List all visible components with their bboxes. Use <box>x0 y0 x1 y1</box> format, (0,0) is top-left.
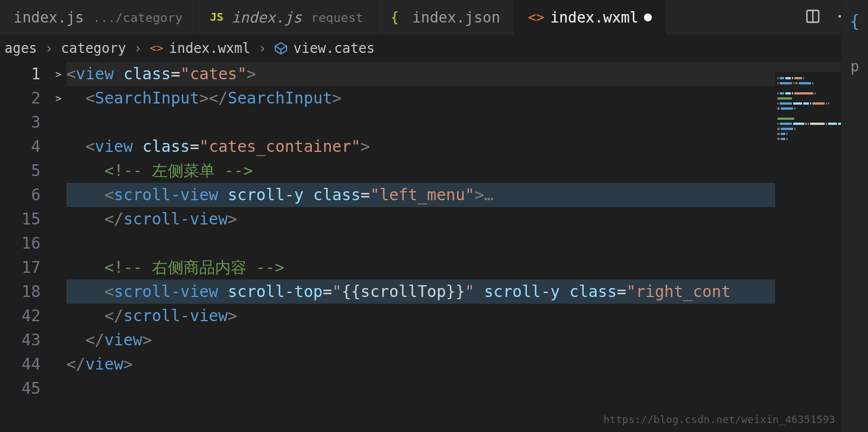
angle-icon: <> <box>528 10 545 25</box>
fold-gutter: >> <box>51 62 66 426</box>
breadcrumb-item[interactable]: ages <box>5 40 37 56</box>
chevron-right-icon: › <box>134 40 142 56</box>
tab-sublabel: .../category <box>93 11 182 25</box>
breadcrumb: ages › category › <> index.wxml › view.c… <box>0 35 868 62</box>
line-gutter: 1234561516171842434445 <box>0 62 51 426</box>
svg-text:<>: <> <box>150 42 163 55</box>
code-area[interactable]: <view class="cates"> <SearchInput></Sear… <box>66 62 868 426</box>
tab-label: index.js <box>14 9 84 26</box>
tab-label: index.wxml <box>551 9 639 26</box>
svg-text:{ }: { } <box>391 10 406 25</box>
svg-text:<>: <> <box>528 10 544 25</box>
fold-toggle[interactable]: > <box>51 86 66 110</box>
tab-index-js-request[interactable]: JS index.js request <box>196 0 377 35</box>
brace-icon[interactable]: { <box>849 11 860 31</box>
panel-letter: p <box>851 58 860 75</box>
right-panel: { p <box>841 0 868 432</box>
fold-toggle[interactable]: > <box>51 62 66 86</box>
breadcrumb-item[interactable]: view.cates <box>274 40 375 56</box>
chevron-right-icon: › <box>45 40 53 56</box>
svg-text:JS: JS <box>210 10 223 24</box>
tab-sublabel: request <box>311 11 363 25</box>
tab-index-js-category[interactable]: index.js .../category <box>0 0 196 35</box>
js-icon: JS <box>210 10 226 25</box>
tab-bar: index.js .../category JS index.js reques… <box>0 0 868 35</box>
modified-dot-icon <box>644 14 652 21</box>
tab-index-json[interactable]: { } index.json <box>377 0 514 35</box>
code-editor[interactable]: 1234561516171842434445 >> <view class="c… <box>0 62 868 426</box>
tab-index-wxml[interactable]: <> index.wxml <box>514 0 666 35</box>
tab-label: index.js <box>231 9 302 26</box>
tab-label: index.json <box>412 9 500 26</box>
watermark: https://blog.csdn.net/weixin_46351593 <box>603 413 835 425</box>
chevron-right-icon: › <box>258 40 266 56</box>
braces-icon: { } <box>391 10 406 25</box>
angle-icon: <> <box>150 42 163 55</box>
split-editor-icon[interactable] <box>805 8 821 26</box>
cube-icon <box>274 42 288 55</box>
breadcrumb-item[interactable]: <> index.wxml <box>150 40 250 56</box>
breadcrumb-item[interactable]: category <box>61 40 126 56</box>
